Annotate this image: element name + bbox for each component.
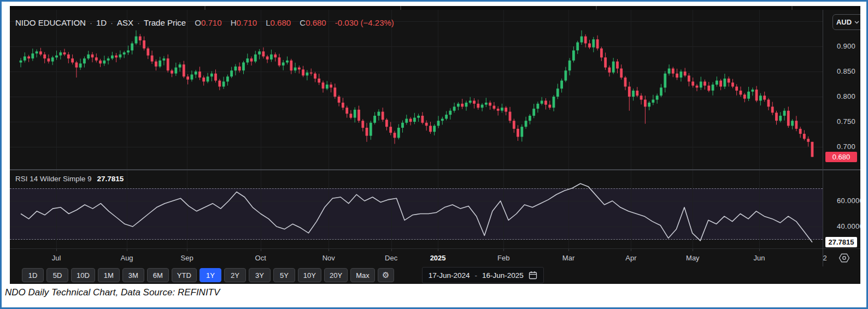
range-button-3m[interactable]: 3M (122, 268, 144, 282)
hexagon-eye-icon (838, 252, 850, 264)
time-axis-label[interactable]: Jul (52, 254, 61, 262)
currency-label: AUD (836, 18, 852, 26)
time-axis-label[interactable]: Oct (255, 254, 266, 262)
time-axis-label[interactable]: Mar (562, 254, 574, 262)
range-button-10y[interactable]: 10Y (298, 268, 321, 282)
range-button-10d[interactable]: 10D (71, 268, 95, 282)
close-label: C (300, 18, 306, 27)
range-button-ytd[interactable]: YTD (172, 268, 197, 282)
rsi-axis-label: 60.0000 (837, 197, 860, 205)
open-value: 0.710 (201, 18, 222, 27)
calendar-icon (529, 271, 537, 280)
axis-settings-button[interactable] (833, 251, 855, 265)
time-axis-label[interactable]: 2 (823, 254, 827, 262)
symbol-name[interactable]: NIDO EDUCATION (15, 18, 86, 27)
chart-settings-button[interactable]: ⚙ (378, 268, 394, 282)
rsi-pane[interactable]: RSI 14 Wilder Simple 927.7815 60.000040.… (10, 170, 860, 248)
symbol-legend: NIDO EDUCATION·1D·ASX·Trade Price O0.710… (15, 18, 394, 27)
rsi-legend[interactable]: RSI 14 Wilder Simple 927.7815 (15, 175, 124, 183)
time-axis-label[interactable]: Jun (753, 254, 765, 262)
price-axis-label: 0.900 (837, 42, 860, 51)
range-button-1y[interactable]: 1Y (200, 268, 221, 282)
time-axis[interactable]: JulAugSepOctNovDec2025FebMarAprMayJun2 (10, 248, 860, 267)
rsi-line (21, 183, 812, 242)
low-value: 0.680 (271, 18, 291, 27)
rsi-line-canvas[interactable] (10, 170, 823, 248)
collapsed-top-toolbar (10, 6, 860, 10)
separator-dot: · (110, 18, 113, 27)
chevron-down-icon (854, 21, 859, 24)
range-button-max[interactable]: Max (350, 268, 375, 282)
currency-dropdown[interactable]: AUD (832, 14, 860, 30)
high-label: H (231, 18, 237, 27)
candles (20, 31, 814, 157)
price-axis-label: 0.700 (837, 142, 860, 151)
month-tick (438, 249, 438, 251)
range-button-2y[interactable]: 2Y (224, 268, 246, 282)
change-value: -0.030 (−4.23%) (335, 18, 394, 27)
date-to: 16-Jun-2025 (482, 271, 524, 280)
range-toolbar: 1D5D10D1M3M6MYTD1Y2Y3Y5Y10Y20YMax⚙17-Jun… (10, 266, 860, 284)
month-tick (391, 249, 392, 251)
price-axis-label: 0.750 (837, 117, 860, 126)
month-tick (568, 249, 569, 251)
month-tick (329, 249, 329, 251)
chart-caption: NDO Daily Technical Chart, Data Source: … (5, 287, 220, 298)
month-tick (56, 249, 57, 251)
month-tick (187, 249, 187, 251)
trading-chart-widget: NIDO EDUCATION·1D·ASX·Trade Price O0.710… (10, 6, 860, 284)
open-label: O (195, 18, 201, 27)
time-axis-label[interactable]: 2025 (430, 254, 446, 262)
rsi-axis-label: 40.0000 (837, 222, 860, 231)
month-tick (127, 249, 127, 251)
range-button-5y[interactable]: 5Y (273, 268, 295, 282)
time-axis-label[interactable]: May (686, 254, 700, 262)
interval-label[interactable]: 1D (96, 18, 107, 27)
time-axis-label[interactable]: Sep (181, 254, 193, 262)
month-tick (759, 249, 760, 251)
gear-icon: ⚙ (382, 270, 389, 280)
time-axis-label[interactable]: Dec (385, 254, 397, 262)
close-value: 0.680 (306, 18, 326, 27)
time-axis-label[interactable]: Feb (497, 254, 509, 262)
month-tick (261, 249, 261, 251)
range-button-3y[interactable]: 3Y (249, 268, 271, 282)
date-range-picker[interactable]: 17-Jun-2024-16-Jun-2025 (422, 267, 544, 283)
separator-dot: · (90, 18, 92, 27)
price-pane[interactable]: NIDO EDUCATION·1D·ASX·Trade Price O0.710… (10, 10, 860, 169)
range-button-1d[interactable]: 1D (22, 268, 44, 282)
month-tick (631, 249, 631, 251)
price-axis-label: 0.800 (837, 92, 860, 101)
exchange-label[interactable]: ASX (117, 18, 133, 27)
month-tick (503, 249, 504, 251)
rsi-legend-value: 27.7815 (97, 175, 124, 183)
date-from: 17-Jun-2024 (429, 271, 470, 280)
time-axis-label[interactable]: Aug (120, 254, 133, 262)
date-separator: - (475, 271, 478, 280)
range-button-5d[interactable]: 5D (46, 268, 68, 282)
price-axis-separator[interactable] (823, 10, 823, 266)
range-button-1m[interactable]: 1M (98, 268, 120, 282)
range-button-20y[interactable]: 20Y (324, 268, 348, 282)
time-axis-label[interactable]: Nov (322, 254, 335, 262)
chart-screenshot-frame: NIDO EDUCATION·1D·ASX·Trade Price O0.710… (0, 0, 868, 309)
rsi-svg (10, 170, 823, 248)
low-label: L (266, 18, 270, 27)
price-axis-label: 0.850 (837, 67, 860, 76)
candlestick-canvas[interactable] (10, 10, 823, 169)
separator-dot: · (137, 18, 140, 27)
last-price-badge: 0.680 (825, 152, 857, 162)
rsi-value-badge: 27.7815 (825, 237, 857, 247)
candles-svg (10, 10, 823, 169)
time-axis-label[interactable]: Apr (625, 254, 636, 262)
month-tick (693, 249, 693, 251)
series-type-label: Trade Price (144, 18, 186, 27)
rsi-legend-text: RSI 14 Wilder Simple 9 (15, 175, 92, 183)
range-button-6m[interactable]: 6M (147, 268, 169, 282)
high-value: 0.710 (237, 18, 257, 27)
